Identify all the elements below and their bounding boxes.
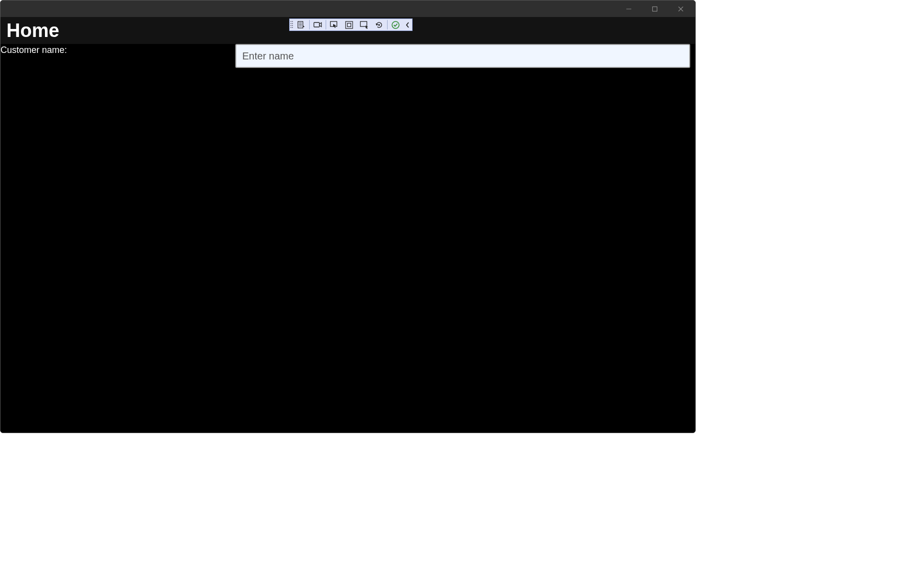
accessibility-check-icon (391, 20, 400, 29)
minimize-icon (626, 6, 632, 12)
svg-rect-16 (314, 22, 320, 27)
svg-rect-1 (653, 6, 657, 11)
svg-point-10 (291, 27, 292, 28)
svg-rect-18 (346, 21, 353, 28)
accessibility-check-button[interactable] (388, 19, 403, 30)
grip-icon (290, 20, 293, 29)
track-focused-element-button[interactable] (357, 19, 372, 30)
maximize-button[interactable] (643, 1, 666, 17)
page-title: Home (6, 20, 59, 41)
record-button[interactable] (310, 19, 325, 30)
track-focused-element-icon (360, 20, 369, 29)
close-button[interactable] (669, 1, 692, 17)
hot-reload-button[interactable] (372, 19, 387, 30)
toolbar-separator (387, 20, 388, 29)
svg-point-21 (378, 24, 380, 25)
svg-point-22 (392, 21, 399, 28)
toolbar-separator (309, 20, 310, 29)
toolbar-grip[interactable] (290, 19, 294, 30)
hot-reload-icon (375, 20, 384, 29)
live-visual-tree-icon (297, 20, 306, 29)
select-element-button[interactable] (327, 19, 342, 30)
live-visual-tree-button[interactable] (294, 19, 309, 30)
customer-name-label: Customer name: (0, 44, 235, 55)
customer-name-input[interactable] (235, 44, 690, 68)
minimize-button[interactable] (617, 1, 640, 17)
display-layout-adorners-button[interactable] (342, 19, 357, 30)
svg-point-7 (292, 23, 293, 24)
toolbar-separator (326, 20, 326, 29)
svg-point-9 (292, 25, 293, 26)
svg-rect-19 (348, 23, 351, 26)
display-layout-adorners-icon (345, 20, 354, 29)
collapse-toolbar-button[interactable] (403, 19, 412, 30)
close-icon (678, 6, 684, 12)
svg-point-5 (292, 21, 293, 22)
customer-name-row: Customer name: (0, 44, 695, 68)
record-icon (313, 20, 322, 29)
chevron-left-icon (404, 20, 412, 29)
svg-point-4 (291, 21, 292, 22)
select-element-icon (330, 20, 339, 29)
app-window: Home (0, 0, 696, 433)
svg-point-6 (291, 23, 292, 24)
maximize-icon (652, 6, 658, 12)
page-content: Customer name: (0, 44, 695, 433)
window-titlebar (0, 0, 695, 17)
svg-point-11 (292, 27, 293, 28)
svg-point-8 (291, 25, 292, 26)
xaml-debug-toolbar[interactable] (289, 18, 413, 31)
